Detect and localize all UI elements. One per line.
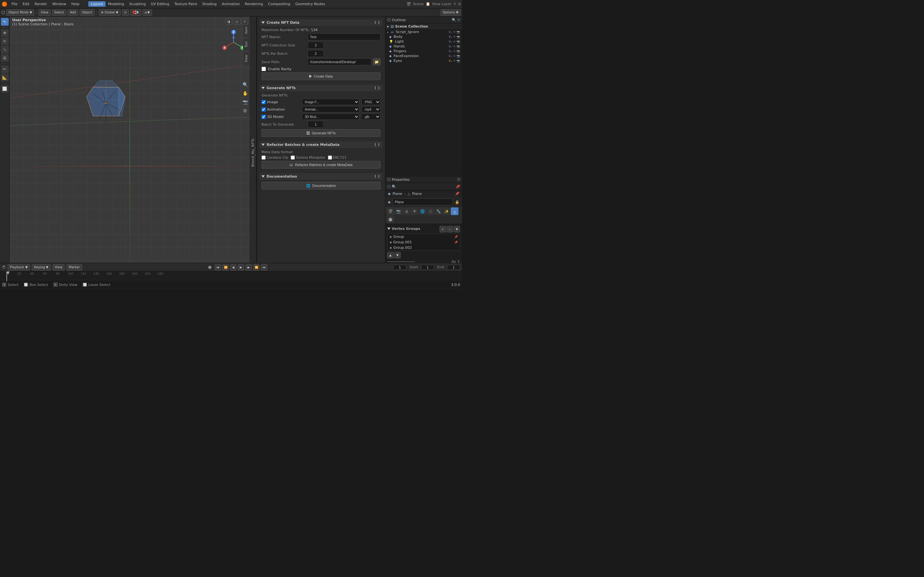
tool-scale[interactable]: ⤡ [1,46,9,53]
workspace-geometry-nodes[interactable]: Geometry Nodes [292,1,328,7]
image-format-dropdown[interactable]: Image F... [302,99,359,105]
prop-tab-data[interactable]: △ [451,207,459,215]
animation-checkbox[interactable] [262,107,266,111]
generate-nfts-header[interactable]: Generate NFTs ⋮⋮ [260,85,383,91]
prop-tab-object[interactable]: ⬡ [427,207,435,215]
create-data-btn[interactable]: Create Data [262,73,381,80]
tool-move[interactable]: ✥ [1,29,9,37]
properties-editor-icon[interactable]: ⬡ [387,177,391,182]
hide-icon[interactable]: 👁 [453,50,456,53]
render-hide-icon[interactable]: 📷 [457,40,460,43]
render-hide-icon[interactable]: 📷 [457,50,460,53]
pin-icon[interactable]: 📌 [456,185,460,189]
outliner-item-script-ignore[interactable]: ▸ 🗂 Script_Ignore V₂ 👁 📷 [385,29,462,34]
data-lock-icon[interactable]: 🔒 [455,200,459,204]
object-menu[interactable]: Object [79,9,95,16]
playback-menu[interactable]: Playback ▼ [8,264,30,271]
tool-annotate[interactable]: ✏ [1,65,9,73]
nft-name-input[interactable] [308,33,381,40]
tool-select[interactable]: ↖ [1,18,9,26]
viewport-shading-btn[interactable]: ◑ [225,18,233,25]
hide-icon[interactable]: 👁 [453,55,456,58]
hide-icon[interactable]: 👁 [453,45,456,48]
editor-type-icon[interactable]: ⬡ [1,10,5,15]
marker-menu[interactable]: Marker [66,264,82,271]
image-checkbox[interactable] [262,100,266,104]
tool-add-cube[interactable]: ⬜ [1,85,9,93]
tool-transform[interactable]: ⊞ [1,54,9,62]
prop-tab-material[interactable]: ⬤ [387,215,394,223]
prop-tab-world[interactable]: 🌐 [419,207,426,215]
add-menu[interactable]: Add [68,9,78,16]
step-forward-btn[interactable]: ▶ [246,264,252,271]
prev-keyframe-btn[interactable]: ⏪ [222,264,229,271]
pin-btn[interactable]: 📌 [455,192,459,196]
scroll-down-btn[interactable]: ▼ [394,252,401,258]
render-hide-icon[interactable]: 📷 [457,45,460,48]
start-frame-input[interactable] [421,265,434,270]
grid-icon[interactable]: ⊞ [241,107,249,114]
play-btn[interactable]: ▶ [238,264,244,271]
vg-remove-btn[interactable]: − [447,226,453,232]
snap-btn[interactable]: 🧲▼ [130,9,141,16]
workspace-compositing[interactable]: Compositing [266,1,293,7]
vg-lock-icon[interactable]: 📌 [454,235,458,239]
vg-item-group[interactable]: ◈ Group 📌 [388,234,460,239]
image-ext-dropdown[interactable]: .PNG [361,99,381,105]
breadcrumb-plane1[interactable]: Plane [393,192,402,196]
blender-logo-icon[interactable] [1,1,8,7]
options-btn[interactable]: Options ▼ [441,9,461,16]
collection-size-input[interactable] [308,42,324,49]
menu-help[interactable]: Help [69,1,82,7]
outliner-filter-icon[interactable]: ▽ [457,18,460,22]
workspace-rendering[interactable]: Rendering [242,1,265,7]
generate-nfts-btn[interactable]: 🖼 Generate NFTs [262,129,381,137]
tool-measure[interactable]: 📐 [1,74,9,81]
save-path-input[interactable] [308,58,372,65]
enable-rarity-checkbox[interactable] [262,67,266,71]
create-nft-header[interactable]: Create NFT Data ⋮⋮ [260,19,383,26]
cardano-checkbox[interactable] [262,155,266,160]
section-menu-icon[interactable]: ⋮⋮ [373,21,381,25]
outliner-item-fingers[interactable]: ◆ Fingers V₂ 👁 📷 [385,49,462,53]
properties-filter-icon[interactable]: ▽ [457,177,460,182]
viewport[interactable]: User Perspective (1) Scene Collection | … [10,17,250,288]
props-editor-type-icon[interactable]: ⬡ [387,184,391,189]
breadcrumb-plane2[interactable]: Plane [412,192,422,196]
render-hide-icon[interactable]: 📷 [457,59,460,63]
model-format-dropdown[interactable]: 3D Mod... [302,113,359,120]
documentation-header[interactable]: Documentation ⋮⋮ [260,173,383,180]
current-frame-input[interactable] [393,265,406,270]
refactor-btn[interactable]: 🗂 Refactor Batches & create MetaData [262,161,381,169]
animation-format-dropdown[interactable]: Animati... [302,106,359,113]
menu-window[interactable]: Window [50,1,69,7]
menu-render[interactable]: Render [32,1,50,7]
nfts-per-batch-input[interactable] [308,50,324,57]
tab-tool[interactable]: Tool [243,38,250,51]
viewport-gizmo-btn[interactable]: ⌖ [242,18,248,25]
keying-menu[interactable]: Keying ▼ [32,264,50,271]
batch-generate-input[interactable] [308,121,324,128]
render-hide-icon[interactable]: 📷 [457,35,460,39]
workspace-sculpting[interactable]: Sculpting [127,1,148,7]
workspace-uv-editing[interactable]: UV Editing [148,1,172,7]
menu-file[interactable]: File [9,1,20,7]
model-checkbox[interactable] [262,115,266,119]
refactor-header[interactable]: Refactor Batches & create MetaData ⋮⋮ [260,141,383,148]
hide-icon[interactable]: 👁 [453,59,456,63]
outliner-item-eyes[interactable]: ◆ Eyes V₄ 👁 📷 [385,58,462,63]
workspace-modeling[interactable]: Modeling [105,1,127,7]
timeline-editor-icon[interactable]: ⏱ [2,265,6,269]
hide-icon[interactable]: 👁 [453,35,456,39]
zoom-in-icon[interactable]: 🔍 [241,81,249,89]
jump-start-btn[interactable]: ⏮ [215,264,221,271]
timeline-area[interactable]: 1 20 40 60 80 100 120 140 160 180 200 22… [0,271,462,281]
select-menu[interactable]: Select [52,9,66,16]
window-icon[interactable]: ⧉ [458,2,461,6]
erc721-checkbox[interactable] [328,155,332,160]
outliner-item-light[interactable]: 💡 Light V₂ 👁 📷 [385,39,462,44]
tab-view[interactable]: View [243,51,250,66]
tool-rotate[interactable]: ↻ [1,37,9,45]
render-hide-icon[interactable]: 📷 [457,31,460,34]
hand-icon[interactable]: ✋ [241,89,249,97]
